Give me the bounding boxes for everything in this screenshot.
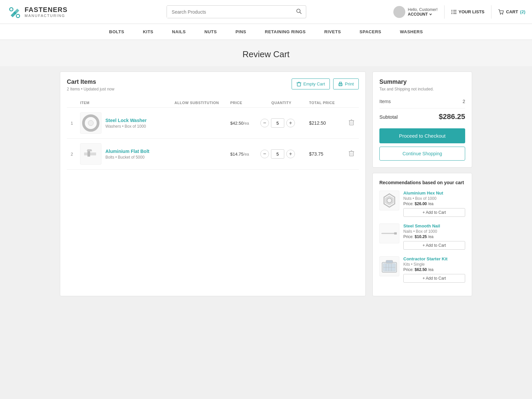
- allow-sub-cell-1: [167, 108, 227, 139]
- cart-subtitle: 2 Items • Updated just now: [67, 87, 114, 91]
- cart-title: Cart Items: [67, 78, 114, 85]
- washer-image: [82, 114, 99, 132]
- qty-input-2[interactable]: [271, 149, 284, 159]
- svg-rect-17: [339, 82, 341, 84]
- account-area[interactable]: Hello, Customer! ACCOUNT: [393, 6, 438, 18]
- search-input[interactable]: [167, 6, 292, 18]
- reco-name-2[interactable]: Contractor Starter Kit: [403, 256, 465, 261]
- qty-cell-2: − +: [257, 139, 306, 170]
- svg-rect-13: [297, 83, 301, 86]
- product-image-2: [80, 143, 101, 165]
- cart-section: Cart Items 2 Items • Updated just now Em…: [60, 71, 366, 296]
- reco-name-1[interactable]: Steel Smooth Nail: [403, 223, 465, 228]
- checkout-button[interactable]: Proceed to Checkout: [379, 128, 465, 143]
- account-text: Hello, Customer! ACCOUNT: [408, 7, 438, 17]
- nav-item-retaining-rings[interactable]: RETAINING RINGS: [256, 24, 315, 40]
- print-button[interactable]: Print: [333, 78, 359, 89]
- nav-item-kits[interactable]: KITS: [134, 24, 163, 40]
- total-cell-2: $73.75: [306, 139, 344, 170]
- row-num-2: 2: [67, 139, 77, 170]
- empty-cart-button[interactable]: Empty Cart: [292, 78, 330, 89]
- qty-cell-1: − +: [257, 108, 306, 139]
- qty-increase-1[interactable]: +: [286, 119, 295, 127]
- nav-item-pins[interactable]: PINS: [226, 24, 255, 40]
- delete-button-1[interactable]: [347, 118, 355, 128]
- logo-area: FASTENERS MANUFACTURING: [7, 5, 80, 19]
- qty-decrease-2[interactable]: −: [260, 150, 269, 158]
- search-icon: [296, 8, 302, 14]
- product-desc-2: Bolts • Bucket of 5000: [105, 155, 149, 160]
- reco-info-0: Aluminium Hex Nut Nuts • Box of 1000 Pri…: [403, 191, 465, 217]
- svg-rect-38: [381, 233, 395, 234]
- header-right: Hello, Customer! ACCOUNT YOUR LISTS: [393, 5, 525, 19]
- add-to-cart-button-1[interactable]: + Add to Cart: [403, 241, 465, 250]
- svg-point-3: [297, 9, 301, 13]
- qty-increase-2[interactable]: +: [286, 150, 295, 158]
- recommendations-box: Recommendations based on your cart Alumi…: [372, 173, 472, 296]
- delete-button-2[interactable]: [347, 149, 355, 159]
- recommendations-title: Recommendations based on your cart: [379, 180, 465, 185]
- svg-marker-29: [87, 149, 92, 151]
- product-desc-1: Washers • Box of 1000: [105, 124, 147, 129]
- cart-header: Cart Items 2 Items • Updated just now Em…: [67, 78, 359, 91]
- account-link[interactable]: ACCOUNT: [408, 12, 438, 17]
- delete-icon-1: [349, 119, 354, 125]
- search-button[interactable]: [292, 6, 306, 18]
- svg-rect-18: [339, 85, 341, 86]
- bolt-image: [82, 145, 99, 163]
- delete-cell-1: [344, 108, 359, 139]
- page-title-area: Review Cart: [0, 40, 532, 66]
- recommendation-item-0: Aluminium Hex Nut Nuts • Box of 1000 Pri…: [379, 191, 465, 217]
- table-row: 1 Steel Lock Washer Washers: [67, 108, 359, 139]
- product-name-2[interactable]: Aluminium Flat Bolt: [105, 149, 149, 154]
- reco-price-0: Price: $26.00 /ea: [403, 201, 465, 206]
- reco-name-0[interactable]: Aluminium Hex Nut: [403, 191, 465, 196]
- nav-item-nails[interactable]: NAILS: [163, 24, 195, 40]
- logo-icon: [7, 5, 21, 19]
- items-row: Items 2: [379, 97, 465, 106]
- col-allow-sub: ALLOW SUBSTITUTION: [167, 98, 227, 108]
- page-title: Review Cart: [0, 49, 532, 60]
- col-item: ITEM: [77, 98, 167, 108]
- brand-title: FASTENERS: [25, 6, 67, 14]
- col-price: PRICE: [227, 98, 257, 108]
- brand-subtitle: MANUFACTURING: [25, 14, 67, 18]
- reco-desc-2: Kits • Single: [403, 262, 465, 267]
- nav-item-washers[interactable]: WASHERS: [391, 24, 432, 40]
- nav-item-nuts[interactable]: NUTS: [195, 24, 226, 40]
- svg-point-20: [88, 120, 93, 126]
- product-name-1[interactable]: Steel Lock Washer: [105, 118, 147, 123]
- qty-input-1[interactable]: [271, 118, 284, 128]
- search-box: [167, 5, 306, 18]
- divider: [444, 5, 445, 19]
- reco-price-1: Price: $10.25 /ea: [403, 234, 465, 239]
- trash-icon: [297, 81, 301, 86]
- nav-item-spacers[interactable]: SPACERS: [350, 24, 390, 40]
- reco-image-0: [379, 191, 399, 210]
- col-total: TOTAL PRICE: [306, 98, 344, 108]
- svg-point-11: [500, 13, 501, 14]
- product-info-1: Steel Lock Washer Washers • Box of 1000: [80, 112, 163, 134]
- nav-item-rivets[interactable]: RIVETS: [315, 24, 350, 40]
- recommendation-item-2: Contractor Starter Kit Kits • Single Pri…: [379, 256, 465, 283]
- continue-shopping-button[interactable]: Continue Shopping: [379, 147, 465, 161]
- subtotal-row: Subtotal $286.25: [379, 108, 465, 123]
- nail-image: [381, 230, 397, 237]
- delete-cell-2: [344, 139, 359, 170]
- allow-sub-cell-2: [167, 139, 227, 170]
- nav-item-bolts[interactable]: BOLTS: [100, 24, 134, 40]
- svg-rect-30: [349, 152, 353, 156]
- cart-button[interactable]: CART (2): [498, 9, 525, 15]
- cart-title-area: Cart Items 2 Items • Updated just now: [67, 78, 114, 91]
- your-lists-button[interactable]: YOUR LISTS: [451, 9, 484, 14]
- svg-rect-47: [386, 260, 393, 263]
- svg-point-12: [502, 13, 503, 14]
- reco-info-2: Contractor Starter Kit Kits • Single Pri…: [403, 256, 465, 283]
- hello-text: Hello, Customer!: [408, 7, 438, 12]
- add-to-cart-button-0[interactable]: + Add to Cart: [403, 208, 465, 217]
- qty-decrease-1[interactable]: −: [260, 119, 269, 127]
- add-to-cart-button-2[interactable]: + Add to Cart: [403, 274, 465, 283]
- svg-point-37: [387, 198, 392, 203]
- list-icon: [451, 10, 457, 14]
- reco-price-2: Price: $62.50 /ea: [403, 267, 465, 272]
